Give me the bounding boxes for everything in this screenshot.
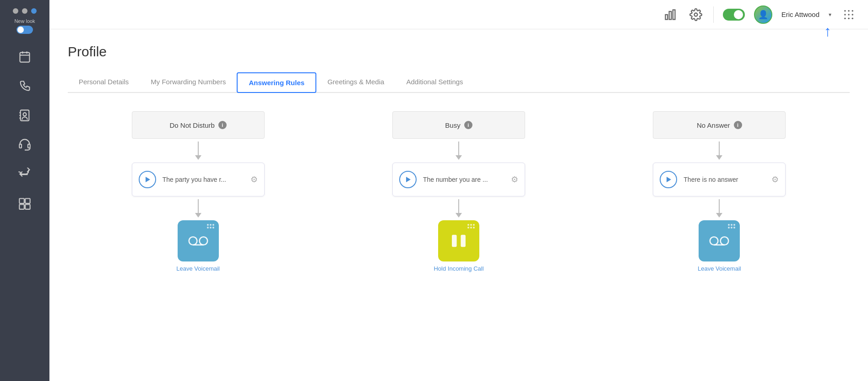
logo [13,0,37,18]
app-grid-button[interactable] [841,6,857,23]
condition-busy[interactable]: Busy i [392,111,525,139]
svg-rect-14 [25,204,30,209]
dnd-action-text: The party you have r... [163,176,244,183]
arrow-busy-2 [456,199,462,218]
new-look-toggle[interactable] [16,26,33,34]
svg-rect-16 [669,11,671,20]
sidebar-item-transfer[interactable] [9,160,41,188]
svg-point-24 [852,14,853,16]
sidebar-item-contacts[interactable] [9,102,41,129]
svg-point-20 [848,10,850,12]
svg-rect-15 [665,15,667,20]
svg-point-25 [844,17,846,19]
dot-2 [22,8,27,14]
svg-point-36 [710,237,718,245]
svg-rect-13 [19,204,24,209]
flow-diagram: Do Not Disturb i The party you have r...… [68,111,850,272]
play-noanswer-button[interactable] [660,171,677,188]
hold-box-busy[interactable] [438,220,479,261]
voicemail-box-noanswer[interactable] [699,220,740,261]
dnd-info-icon[interactable]: i [218,121,227,129]
status-toggle[interactable] [723,9,745,21]
svg-rect-33 [452,235,457,247]
svg-marker-35 [667,177,671,182]
headset-icon [18,138,31,151]
hold-busy-dots [467,224,475,229]
voicemail-noanswer-dots [728,224,735,229]
new-look-badge: New look [14,18,35,34]
sidebar-item-tags[interactable] [9,190,41,217]
tab-personal[interactable]: Personal Details [68,72,140,92]
sidebar-item-calendar[interactable] [9,43,41,71]
arrow-dnd-2 [195,199,201,218]
svg-rect-0 [20,53,30,62]
play-dnd-button[interactable] [139,171,156,188]
arrow-noanswer-1 [716,142,722,160]
page-title: Profile [68,44,850,60]
upload-arrow-indicator: ↑ [824,23,831,40]
svg-rect-10 [28,144,30,148]
play-busy-button[interactable] [399,171,417,188]
page-body: Profile Personal Details My Forwarding N… [49,29,868,381]
condition-noanswer[interactable]: No Answer i [653,111,786,139]
svg-point-37 [721,237,729,245]
arrow-noanswer-2 [716,199,722,218]
grid-icon [842,8,855,21]
busy-info-icon[interactable]: i [464,121,472,129]
noanswer-info-icon[interactable]: i [734,121,742,129]
tab-greetings[interactable]: Greetings & Media [316,72,395,92]
voicemail-noanswer-label[interactable]: Leave Voicemail [698,265,741,272]
voicemail-noanswer-icon [709,231,729,251]
sidebar-item-support[interactable] [9,131,41,158]
busy-gear-button[interactable]: ⚙ [511,174,518,185]
svg-point-18 [694,13,697,16]
avatar: 👤 [754,5,772,24]
voicemail-box-dnd[interactable] [178,220,219,261]
tab-answering-rules[interactable]: Answering Rules [237,72,316,93]
action-box-busy[interactable]: The number you are ... ⚙ [392,163,525,196]
tabs-bar: Personal Details My Forwarding Numbers A… [68,72,850,93]
svg-rect-9 [19,144,22,148]
calendar-icon [18,50,31,63]
user-name[interactable]: Eric Attwood [781,11,819,18]
user-menu-chevron[interactable]: ▾ [829,11,831,18]
svg-point-22 [844,14,846,16]
action-box-dnd[interactable]: The party you have r... ⚙ [132,163,265,196]
settings-button[interactable] [688,6,704,23]
header-divider [713,6,714,23]
sidebar-item-phone[interactable] [9,72,41,100]
tab-additional-settings[interactable]: Additional Settings [395,72,474,92]
flow-column-dnd: Do Not Disturb i The party you have r...… [68,111,328,272]
arrow-busy-1 [456,142,462,160]
transfer-icon [18,168,31,180]
condition-dnd[interactable]: Do Not Disturb i [132,111,265,139]
main-content: 👤 Eric Attwood ▾ ↑ Profile Pe [49,0,868,381]
hold-busy-label[interactable]: Hold Incoming Call [434,265,483,272]
pause-busy-icon [449,231,469,251]
noanswer-gear-button[interactable]: ⚙ [771,174,779,185]
svg-marker-28 [146,177,150,182]
flow-column-busy: Busy i The number you are ... ⚙ [328,111,589,272]
header: 👤 Eric Attwood ▾ ↑ [49,0,868,29]
svg-rect-12 [25,199,30,204]
dot-1 [13,8,18,14]
busy-action-text: The number you are ... [423,176,505,183]
sidebar: New look [0,0,49,381]
analytics-button[interactable] [662,6,678,23]
svg-point-27 [852,17,853,19]
voicemail-dnd-label[interactable]: Leave Voicemail [176,265,220,272]
dot-3-blue [31,8,37,14]
action-box-noanswer[interactable]: There is no answer ⚙ [653,163,786,196]
svg-rect-17 [673,10,675,19]
sidebar-nav [0,43,49,217]
svg-point-29 [189,237,197,245]
svg-point-19 [844,10,846,12]
dnd-gear-button[interactable]: ⚙ [250,174,258,185]
flow-column-noanswer: No Answer i There is no answer ⚙ [589,111,850,272]
tab-forwarding[interactable]: My Forwarding Numbers [140,72,237,92]
tags-icon [18,197,31,210]
svg-marker-32 [406,177,411,182]
arrow-dnd-1 [195,142,201,160]
gear-icon [689,8,702,21]
svg-point-5 [23,113,27,116]
